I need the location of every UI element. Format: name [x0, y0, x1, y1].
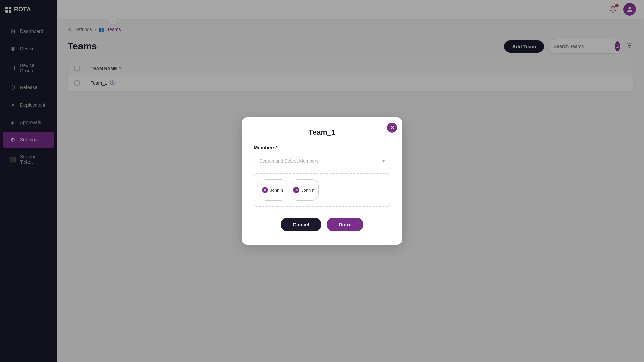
chevron-down-icon: ▾: [382, 158, 385, 164]
modal-overlay: Team_1 ✕ Members* Search and Select Memb…: [0, 0, 644, 362]
modal-close-button[interactable]: ✕: [387, 123, 397, 133]
member-name: John h: [270, 188, 283, 193]
modal: Team_1 ✕ Members* Search and Select Memb…: [241, 117, 402, 245]
done-button[interactable]: Done: [327, 218, 364, 231]
remove-member-button-1[interactable]: ✕: [262, 187, 268, 193]
remove-member-button-2[interactable]: ✕: [293, 187, 299, 193]
members-box: ✕ John h ✕ John h: [254, 173, 390, 207]
members-dropdown[interactable]: Search and Select Members ▾: [254, 154, 390, 168]
members-dropdown-placeholder: Search and Select Members: [259, 158, 319, 164]
modal-actions: Cancel Done: [254, 218, 390, 231]
member-tag: ✕ John h: [260, 179, 287, 201]
member-name: John h: [301, 188, 314, 193]
members-label: Members*: [254, 145, 390, 150]
cancel-button[interactable]: Cancel: [281, 218, 321, 231]
modal-title: Team_1: [254, 128, 390, 137]
member-tag: ✕ John h: [291, 179, 319, 201]
